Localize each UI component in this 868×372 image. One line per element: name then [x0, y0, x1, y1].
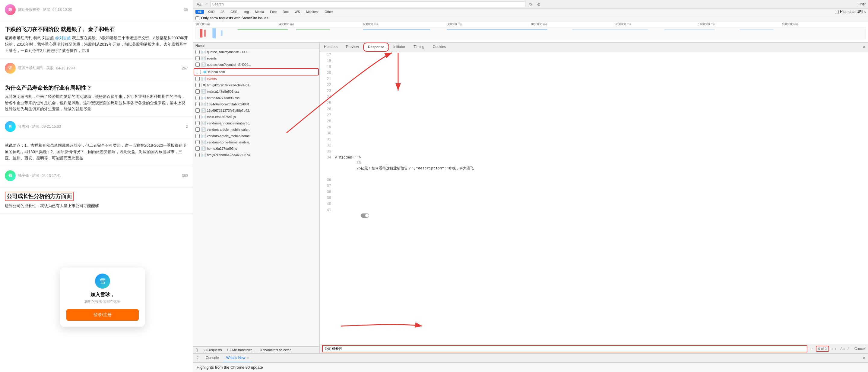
request-list-panel: Name 📄 quotec.json?symbol=SH000... 📄 eve…	[193, 42, 320, 353]
aa-button[interactable]: Aa	[195, 1, 203, 7]
search-cancel-button[interactable]: Cancel	[855, 347, 866, 351]
tl-1600: 1600000 ms	[782, 23, 866, 26]
req-checkbox-2[interactable]	[195, 56, 200, 60]
tab-cookies[interactable]: Cookies	[429, 42, 450, 52]
filter-css[interactable]: CSS	[228, 10, 240, 14]
req-checkbox-hm-js[interactable]	[195, 153, 200, 157]
req-name-xueqiu: xueqiu.com	[208, 70, 316, 74]
req-checkbox-main-js[interactable]	[195, 115, 200, 119]
tab-preview[interactable]: Preview	[342, 42, 363, 52]
search-box[interactable]	[210, 1, 525, 7]
request-row-2[interactable]: 📄 events	[193, 55, 319, 62]
req-checkbox-vendors-article-home[interactable]	[195, 134, 200, 138]
request-row-main-css[interactable]: 📄 main.a147e8e803.css	[193, 88, 319, 95]
req-icon-16c6: 📄	[202, 108, 206, 113]
req-name-home-css: home.6a277daf93.css	[207, 96, 317, 99]
json-btn[interactable]: {}	[195, 348, 198, 352]
request-row-vendors-article-cal[interactable]: 📄 vendors-article_mobile-calen.	[193, 126, 319, 133]
request-row-vendors-ann[interactable]: 📄 vendors-announcement-artic.	[193, 120, 319, 126]
link-liuzhichao[interactable]: @刘志超	[55, 36, 71, 40]
req-checkbox-vendors-article-cal[interactable]	[195, 127, 200, 132]
req-checkbox-vendors-home[interactable]	[195, 140, 200, 144]
tab-console[interactable]: Console	[202, 354, 223, 362]
req-checkbox-3[interactable]	[195, 62, 200, 67]
feed-meta-5: 肖志刚 · 沪深	[18, 124, 39, 129]
req-checkbox-xueqiu[interactable]	[197, 70, 201, 74]
filter-img[interactable]: Img	[241, 10, 251, 14]
filter-doc[interactable]: Doc	[280, 10, 291, 14]
devtools-menu-icon[interactable]: ⋮	[195, 355, 200, 361]
svg-rect-1	[204, 30, 206, 37]
bottom-panel-close-button[interactable]: ×	[863, 355, 866, 361]
req-name-1694: 1694d6e8cca2c3fab8c2d981.	[207, 103, 317, 106]
resp-line-29: 29	[320, 124, 868, 131]
filter-ws[interactable]: WS	[292, 10, 303, 14]
request-row-home-js[interactable]: 📄 home.6a277daf93.js	[193, 146, 319, 152]
feed-content-2: 证券市场红周刊 特约 刘志超 @刘志超 我主要在美股、A股和港股三个市场进行投资…	[5, 35, 188, 54]
tab-timing[interactable]: Timing	[409, 42, 429, 52]
req-checkbox-home-css[interactable]	[195, 96, 200, 100]
login-register-button[interactable]: 登录/注册	[66, 309, 139, 321]
filter-font[interactable]: Font	[268, 10, 279, 14]
req-name-vendors-article-home: vendors-article_mobile-home.	[207, 134, 317, 138]
tab-headers[interactable]: Headers	[320, 42, 342, 52]
req-checkbox-1694[interactable]	[195, 102, 200, 106]
search-input[interactable]	[212, 2, 273, 6]
filter-media[interactable]: Media	[252, 10, 266, 14]
request-row-16c6[interactable]: 📄 16c69f7281373fe6b88e7d42.	[193, 108, 319, 114]
resp-line-30: 30	[320, 131, 868, 137]
feed-content-6: 就说两点：1、吉祥和春秋虽然同属民营航空，但二者完全不可类比，这一点将在2019…	[5, 143, 188, 161]
feed-title-4[interactable]: 为什么产品寿命长的行业有周期性？	[5, 84, 188, 92]
samesite-checkbox[interactable]	[195, 16, 199, 20]
req-checkbox-events2[interactable]	[195, 77, 200, 81]
tab-initiator[interactable]: Initiator	[389, 42, 409, 52]
tab-response[interactable]: Response	[363, 42, 389, 52]
bottom-content-text: Highlights from the Chrome 80 update	[197, 365, 263, 370]
req-checkbox-1[interactable]	[195, 50, 200, 54]
filter-other[interactable]: Other	[322, 10, 335, 14]
search-next-button[interactable]: ›	[835, 346, 837, 351]
hide-data-urls-checkbox[interactable]	[835, 10, 839, 14]
req-icon-1: 📄	[202, 50, 206, 54]
request-row-3[interactable]: 📄 quotec.json?symbol=SH000...	[193, 62, 319, 68]
feed-meta-1: 陈达美股投资 · 沪深	[18, 7, 50, 12]
req-checkbox-hm-gif[interactable]	[195, 83, 200, 87]
filter-manifest[interactable]: Manifest	[304, 10, 321, 14]
request-row-main-js[interactable]: 📄 main.efb48675d1.js	[193, 114, 319, 120]
response-search-input[interactable]	[322, 345, 807, 352]
details-close-button[interactable]: ×	[861, 42, 868, 52]
request-row-home-css[interactable]: 📄 home.6a277daf93.css	[193, 95, 319, 101]
filter-all[interactable]: All	[195, 10, 204, 14]
search-prev-button[interactable]: ‹	[832, 346, 833, 351]
popup-subtitle: 聪明的投资者都在这里	[66, 299, 139, 304]
feed-count-5: 2	[186, 124, 188, 128]
request-row-hm-gif[interactable]: 🖼 hm.gif?cc=1&ck=1&cl=24-bit.	[193, 82, 319, 88]
clear-button[interactable]: ⊘	[536, 1, 542, 7]
request-row-events2[interactable]: 📄 events	[193, 76, 319, 82]
feed-title-2[interactable]: 下跌的飞刀在不同阶段 就是银子、金子和钻石	[5, 26, 188, 33]
network-content: Name 📄 quotec.json?symbol=SH000... 📄 eve…	[193, 42, 868, 353]
whats-new-close-btn[interactable]: ×	[247, 356, 249, 360]
feed-count-1: 35	[184, 7, 188, 12]
request-row-hm-js[interactable]: 📄 hm.js?1db88642e346389874.	[193, 152, 319, 158]
req-checkbox-vendors-ann[interactable]	[195, 121, 200, 125]
request-row-1694[interactable]: 📄 1694d6e8cca2c3fab8c2d981.	[193, 101, 319, 108]
req-name-3: quotec.json?symbol=SH000...	[207, 63, 317, 66]
hide-data-urls-label[interactable]: Hide data URLs	[835, 10, 866, 14]
req-name-1: quotec.json?symbol=SH000...	[207, 50, 317, 54]
req-checkbox-home-js[interactable]	[195, 146, 200, 151]
request-row-vendors-article-home[interactable]: 📄 vendors-article_mobile-home.	[193, 133, 319, 139]
avatar-5: 肖	[5, 121, 16, 132]
feed-meta-7: 钱宇锋 · 沪深	[18, 173, 39, 178]
filter-xhr[interactable]: XHR	[205, 10, 217, 14]
tab-whats-new[interactable]: What's New ×	[223, 354, 252, 362]
request-row-vendors-home[interactable]: 📄 vendors-home-home_mobile.	[193, 139, 319, 146]
req-checkbox-main-css[interactable]	[195, 89, 200, 94]
feed-item-8: 公司成长性分析的方方面面 进到公司的成长性，我认为已有大量上市公司可能能够	[0, 188, 193, 214]
filter-js[interactable]: JS	[218, 10, 227, 14]
feed-title-8[interactable]: 公司成长性分析的方方面面	[7, 193, 72, 200]
request-row-1[interactable]: 📄 quotec.json?symbol=SH000...	[193, 49, 319, 55]
req-checkbox-16c6[interactable]	[195, 108, 200, 113]
request-row-xueqiu[interactable]: 🌐 xueqiu.com	[194, 68, 319, 76]
refresh-button[interactable]: ↻	[528, 1, 533, 7]
